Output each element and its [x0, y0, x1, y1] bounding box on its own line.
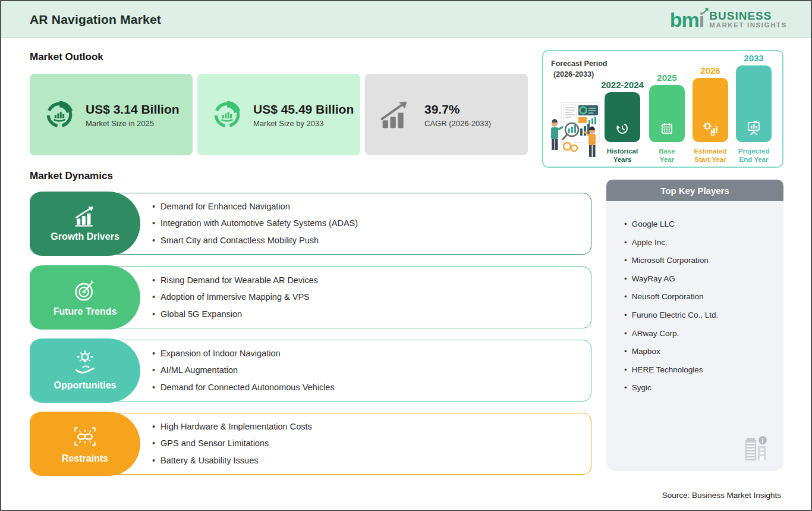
key-player-item: HERE Technologies [624, 361, 783, 380]
bullet-item: Integration with Automotive Safety Syste… [152, 218, 591, 230]
bullet-item: Battery & Usability Issues [152, 455, 591, 467]
logo-arrow-icon: ↗ [702, 6, 709, 15]
logo-line2: MARKET INSIGHTS [709, 21, 787, 29]
gear-chart-icon [703, 121, 718, 136]
bmi-logo: bmi ↗ BUSINESS MARKET INSIGHTS [670, 10, 787, 30]
forecast-period-title: Forecast Period (2026-2033) [551, 58, 607, 80]
forecast-bar-end [736, 65, 772, 142]
key-player-item: WayRay AG [624, 270, 783, 289]
company-building-icon: i [743, 434, 768, 462]
key-player-item: Furuno Electric Co., Ltd. [624, 306, 783, 325]
top-key-players-panel: Top Key Players Google LLC Apple Inc. Mi… [606, 180, 783, 471]
market-dynamics-heading: Market Dynamics [30, 170, 113, 182]
opportunities-label: Opportunities [30, 338, 140, 403]
hand-lightbulb-icon [72, 350, 98, 377]
growth-drivers-label: Growth Drivers [30, 192, 140, 256]
dynamics-row-restraints: High Hardware & Implementation Costs GPS… [30, 412, 591, 476]
bullet-item: Demand for Connected Autonomous Vehicles [152, 382, 591, 394]
dynamics-row-future-trends: Rising Demand for Wearable AR Devices Ad… [30, 265, 591, 330]
bullet-item: High Hardware & Implementation Costs [152, 421, 591, 433]
logo-line1: BUSINESS [709, 10, 787, 22]
market-outlook-heading: Market Outlook [30, 51, 103, 63]
forecast-year-base: 2025 [657, 73, 676, 83]
forecast-year-historical: 2022-2024 [601, 80, 644, 90]
key-player-item: Microsoft Corporation [624, 252, 783, 270]
bullet-item: Smart City and Contactless Mobility Push [152, 235, 591, 247]
key-player-item: Apple Inc. [624, 234, 783, 252]
bullet-item: Demand for Enhanced Navigation [152, 201, 591, 213]
key-player-item: Google LLC [624, 215, 783, 234]
market-size-2025-label: Market Size in 2025 [86, 119, 180, 128]
forecast-bar-base [649, 85, 685, 142]
page-title: AR Navigation Market [30, 12, 161, 27]
market-size-2025-value: US$ 3.14 Billion [86, 101, 180, 117]
cagr-value: 39.7% [424, 101, 491, 117]
key-player-item: Mapbox [624, 343, 783, 361]
forecast-period-panel: Forecast Period (2026-2033) [542, 50, 783, 168]
bullet-item: Global 5G Expansion [152, 309, 591, 321]
key-player-item: Neusoft Corporation [624, 288, 783, 306]
dynamics-row-opportunities: Expansion of Indoor Navigation AI/ML Aug… [30, 338, 591, 403]
forecast-label-historical: HistoricalYears [597, 147, 648, 164]
header-bar: AR Navigation Market bmi ↗ BUSINESS MARK… [1, 1, 811, 38]
growth-arrow-icon [378, 98, 415, 131]
market-size-2033-label: Market Size by 2033 [253, 119, 354, 128]
restraints-label: Restraints [30, 412, 140, 476]
forecast-year-start: 2026 [700, 65, 720, 76]
dynamics-row-growth-drivers: Demand for Enhanced Navigation Integrati… [30, 192, 591, 256]
forecast-year-end: 2033 [744, 53, 763, 63]
bullet-item: Rising Demand for Wearable AR Devices [152, 275, 591, 287]
key-player-item: ARway Corp. [624, 325, 783, 343]
market-outlook-cards: US$ 3.14 Billion Market Size in 2025 US$… [30, 74, 528, 155]
svg-text:i: i [762, 437, 764, 444]
donut-chart-icon [43, 98, 76, 131]
market-size-2033-card: US$ 45.49 Billion Market Size by 2033 [197, 74, 360, 155]
top-key-players-list: Google LLC Apple Inc. Microsoft Corporat… [606, 201, 783, 471]
calendar-icon [660, 121, 674, 136]
history-clock-icon [615, 121, 630, 136]
bmi-logo-mark-icon: bmi ↗ [670, 10, 704, 30]
future-trends-label: Future Trends [30, 265, 140, 330]
bullet-item: GPS and Sensor Limitations [152, 438, 591, 450]
market-size-2025-card: US$ 3.14 Billion Market Size in 2025 [30, 74, 193, 155]
market-size-2033-value: US$ 45.49 Billion [253, 101, 354, 117]
target-dart-icon [72, 278, 98, 303]
bullet-item: Adoption of Immersive Mapping & VPS [152, 291, 591, 303]
bar-chart-arrow-icon [71, 205, 99, 228]
bmi-logo-text: BUSINESS MARKET INSIGHTS [709, 10, 787, 29]
chain-link-icon [72, 424, 98, 450]
infographic-page: AR Navigation Market bmi ↗ BUSINESS MARK… [0, 0, 812, 511]
bullet-item: AI/ML Augmentation [152, 365, 591, 377]
forecast-label-end: ProjectedEnd Year [728, 147, 779, 164]
key-player-item: Sygic [624, 379, 783, 397]
top-key-players-heading: Top Key Players [606, 180, 783, 201]
cagr-card: 39.7% CAGR (2026-2033) [365, 74, 528, 155]
cagr-label: CAGR (2026-2033) [424, 119, 491, 128]
source-note: Source: Business Market Insights [662, 491, 781, 500]
presentation-icon [746, 120, 761, 136]
donut-chart-icon [210, 98, 244, 131]
bullet-item: Expansion of Indoor Navigation [152, 348, 591, 360]
forecast-bar-historical [605, 92, 640, 142]
forecast-bar-start [693, 78, 728, 142]
